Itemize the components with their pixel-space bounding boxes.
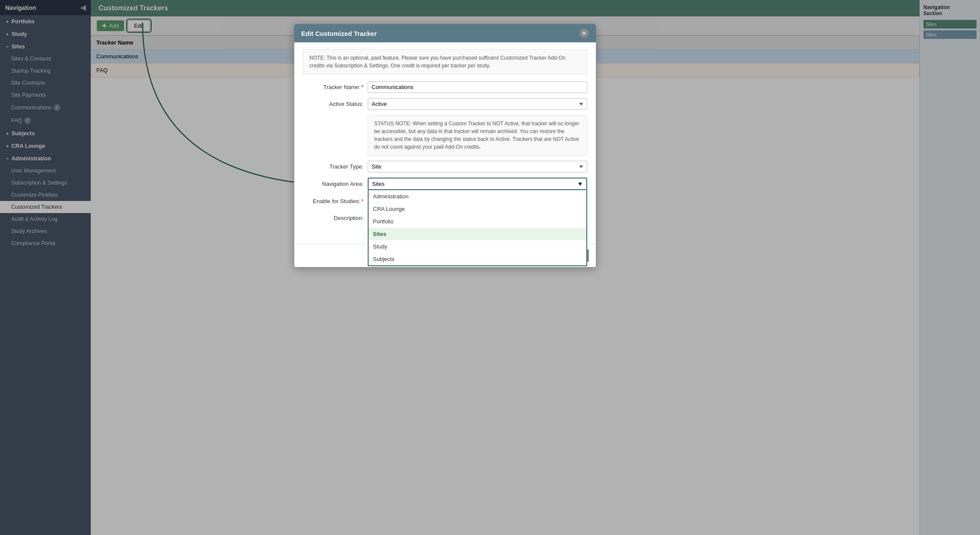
tracker-name-row: Tracker Name: (303, 81, 587, 93)
tracker-type-label: Tracker Type: (303, 163, 368, 170)
active-status-row: Active Status: Active Inactive (303, 98, 587, 110)
edit-tracker-modal: Edit Customized Tracker ✕ NOTE: This is … (294, 24, 596, 268)
status-note: STATUS NOTE: When setting a Custom Track… (368, 115, 587, 156)
modal-body: NOTE: This is an optional, paid feature.… (294, 42, 596, 244)
navigation-area-dropdown[interactable]: Sites ▼ Administration CRA Lounge Portfo… (368, 178, 587, 190)
tracker-type-row: Tracker Type: Site Study Subject (303, 161, 587, 172)
tracker-name-label: Tracker Name: (303, 84, 368, 90)
dropdown-option-cra-lounge[interactable]: CRA Lounge (369, 203, 586, 215)
navigation-area-value: Sites (372, 181, 385, 187)
navigation-area-selected[interactable]: Sites ▼ (368, 178, 587, 190)
modal-title: Edit Customized Tracker (301, 30, 377, 37)
dropdown-option-study[interactable]: Study (369, 240, 586, 253)
dropdown-option-sites[interactable]: Sites (369, 228, 586, 240)
tracker-name-input[interactable] (368, 81, 587, 93)
navigation-area-dropdown-list: Administration CRA Lounge Portfolio Site… (368, 190, 587, 266)
dropdown-option-portfolio[interactable]: Portfolio (369, 215, 586, 228)
enable-studies-label: Enable for Studies: (303, 198, 368, 204)
chevron-down-icon: ▼ (577, 181, 583, 187)
modal-header: Edit Customized Tracker ✕ (294, 24, 596, 42)
navigation-area-row: Navigation Area: Sites ▼ Administration … (303, 178, 587, 190)
active-status-select[interactable]: Active Inactive (368, 98, 587, 110)
modal-close-button[interactable]: ✕ (579, 29, 589, 38)
navigation-area-label: Navigation Area: (303, 181, 368, 187)
dropdown-option-subjects[interactable]: Subjects (369, 253, 586, 265)
description-label: Description: (303, 215, 368, 221)
modal-note: NOTE: This is an optional, paid feature.… (303, 49, 587, 74)
dropdown-option-administration[interactable]: Administration (369, 190, 586, 203)
active-status-label: Active Status: (303, 101, 368, 107)
tracker-type-select[interactable]: Site Study Subject (368, 161, 587, 172)
